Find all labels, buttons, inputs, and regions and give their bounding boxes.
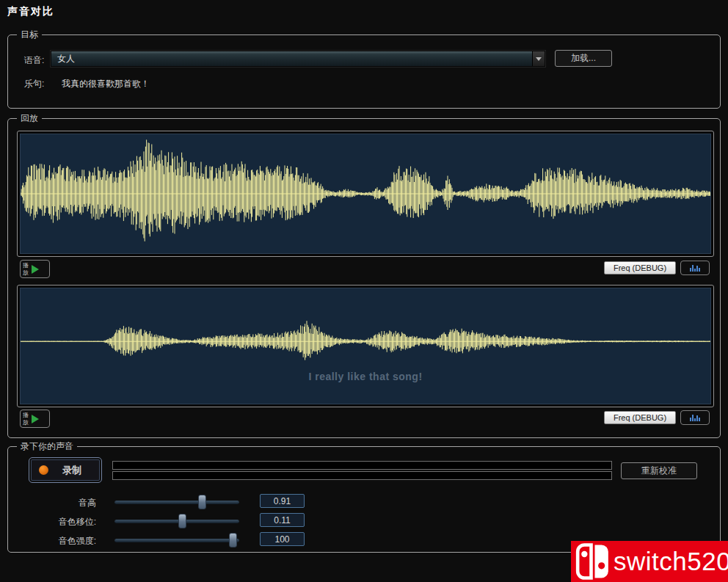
recalibrate-button-label: 重新校准 bbox=[641, 465, 677, 477]
chevron-down-glyph bbox=[536, 57, 542, 61]
pitch-slider-handle[interactable] bbox=[198, 495, 206, 509]
freq-debug-target-label: Freq (DEBUG) bbox=[614, 263, 666, 272]
user-waveform-frame: I really like that song! bbox=[17, 285, 714, 407]
freq-debug-user-button[interactable]: Freq (DEBUG) bbox=[604, 411, 676, 424]
record-button-label: 录制 bbox=[48, 464, 95, 477]
timbre-shift-slider-track[interactable] bbox=[114, 520, 239, 523]
pitch-value: 0.91 bbox=[274, 496, 291, 506]
voice-selected-value: 女人 bbox=[51, 53, 532, 65]
play-icon bbox=[32, 265, 39, 274]
target-waveform bbox=[21, 134, 710, 253]
chevron-down-icon[interactable] bbox=[532, 51, 545, 66]
playback-group: 回放 播放 Freq (DEBUG) I really like that so… bbox=[7, 118, 721, 438]
timbre-shift-slider-handle[interactable] bbox=[178, 514, 186, 528]
target-group-legend: 目标 bbox=[17, 29, 42, 40]
record-group-legend: 录下你的声音 bbox=[17, 441, 77, 452]
timbre-strength-slider[interactable] bbox=[114, 532, 239, 548]
watermark-text: switch520 bbox=[614, 547, 728, 576]
phrase-value: 我真的很喜歡那首歌！ bbox=[62, 78, 150, 90]
freq-debug-user-label: Freq (DEBUG) bbox=[614, 413, 666, 422]
nintendo-switch-icon bbox=[575, 543, 611, 580]
timbre-shift-value: 0.11 bbox=[274, 515, 290, 525]
timbre-shift-slider[interactable] bbox=[114, 513, 239, 529]
voice-select[interactable]: 女人 bbox=[51, 51, 545, 67]
playback-group-legend: 回放 bbox=[17, 113, 42, 124]
play-target-label: 播放 bbox=[23, 262, 30, 275]
target-group: 目标 语音: 女人 加载... 乐句: 我真的很喜歡那首歌！ bbox=[7, 34, 721, 109]
play-target-button[interactable]: 播放 bbox=[20, 260, 50, 278]
user-wave-overlay-text: I really like that song! bbox=[21, 371, 710, 382]
timbre-strength-slider-handle[interactable] bbox=[229, 533, 237, 548]
page-title: 声音对比 bbox=[7, 5, 54, 18]
record-button[interactable]: 录制 bbox=[29, 457, 102, 483]
timbre-strength-value: 100 bbox=[274, 534, 289, 545]
user-waveform bbox=[21, 288, 710, 404]
timbre-shift-value-field[interactable]: 0.11 bbox=[260, 513, 305, 527]
load-button-label: 加载... bbox=[571, 52, 596, 65]
pitch-slider[interactable] bbox=[114, 494, 239, 510]
target-waveform-frame bbox=[17, 131, 714, 257]
target-waveform-panel bbox=[20, 134, 711, 254]
record-group: 录下你的声音 录制 重新校准 音高 0.91 音色移位: 0.11 音色强度: bbox=[7, 446, 721, 553]
level-meter-top bbox=[112, 461, 612, 470]
timbre-strength-value-field[interactable]: 100 bbox=[260, 532, 305, 546]
timbre-shift-label: 音色移位: bbox=[8, 516, 96, 528]
phrase-label: 乐句: bbox=[24, 78, 44, 90]
play-icon bbox=[32, 415, 39, 423]
spectrum-target-button[interactable] bbox=[680, 261, 710, 275]
watermark-banner: switch520 bbox=[571, 541, 728, 582]
user-waveform-panel: I really like that song! bbox=[20, 288, 711, 404]
load-button[interactable]: 加载... bbox=[555, 50, 612, 67]
bar-chart-icon bbox=[690, 415, 700, 421]
level-meter-bottom bbox=[112, 471, 612, 480]
recalibrate-button[interactable]: 重新校准 bbox=[621, 462, 697, 479]
bar-chart-icon bbox=[690, 265, 700, 272]
spectrum-user-button[interactable] bbox=[680, 410, 710, 425]
play-user-button[interactable]: 播放 bbox=[20, 410, 50, 428]
pitch-slider-track[interactable] bbox=[114, 501, 239, 504]
timbre-strength-slider-track[interactable] bbox=[114, 539, 239, 542]
pitch-label: 音高 bbox=[8, 497, 96, 509]
play-user-label: 播放 bbox=[23, 412, 30, 425]
record-dot-icon bbox=[39, 465, 48, 475]
pitch-value-field[interactable]: 0.91 bbox=[260, 494, 305, 508]
freq-debug-target-button[interactable]: Freq (DEBUG) bbox=[604, 261, 676, 274]
voice-label: 语音: bbox=[24, 54, 44, 67]
timbre-strength-label: 音色强度: bbox=[8, 535, 96, 548]
